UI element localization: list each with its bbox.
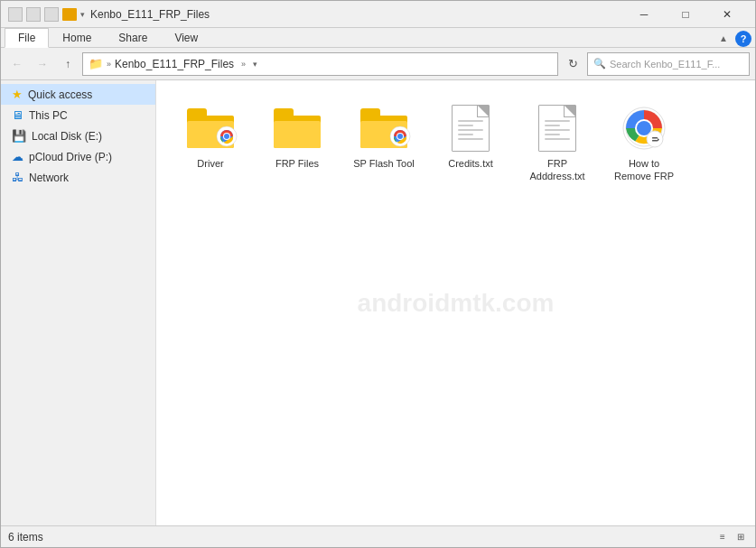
file-item-sp-flash-tool[interactable]: SP Flash Tool — [348, 98, 420, 188]
quick-access-toolbar-2[interactable] — [44, 7, 59, 22]
watermark: androidmtk.com — [358, 289, 555, 318]
maximize-button[interactable]: □ — [665, 1, 706, 28]
file-icon-driver — [185, 103, 236, 153]
ribbon-tabs: File Home Share View ▲ ? — [1, 28, 755, 48]
forward-button[interactable]: → — [32, 53, 53, 75]
chrome-badge-icon-sp — [389, 125, 411, 147]
search-box[interactable]: 🔍 Search Kenbo_E111_F... — [587, 52, 750, 76]
file-icon-how-to-remove — [619, 103, 669, 153]
sidebar-item-pcloud[interactable]: ☁ pCloud Drive (P:) — [1, 146, 155, 167]
network-icon: 🖧 — [12, 171, 23, 184]
file-item-driver[interactable]: Driver — [174, 98, 247, 188]
tab-file[interactable]: File — [5, 28, 49, 48]
sidebar-label-pcloud: pCloud Drive (P:) — [29, 151, 112, 163]
file-icon-sp-flash-tool — [359, 103, 409, 153]
svg-rect-14 — [652, 140, 658, 142]
minimize-button[interactable]: ─ — [623, 1, 665, 28]
tab-home[interactable]: Home — [49, 28, 105, 47]
star-icon: ★ — [12, 88, 23, 101]
view-controls: ≡ ⊞ — [715, 530, 748, 544]
ribbon-collapse-chevron[interactable]: ▲ — [715, 30, 732, 47]
window-icon — [8, 7, 23, 22]
svg-point-7 — [397, 134, 403, 139]
title-bar-icons: ▾ — [8, 7, 85, 22]
disk-icon: 💾 — [12, 129, 26, 143]
tab-share[interactable]: Share — [105, 28, 161, 47]
dropdown-arrow[interactable]: ▾ — [80, 10, 85, 19]
address-bar: ← → ↑ 📁 » Kenbo_E111_FRP_Files » ▾ ↻ 🔍 S… — [1, 48, 755, 80]
pc-icon: 🖥 — [12, 108, 23, 122]
chrome-large-icon — [622, 107, 666, 150]
breadcrumb-folder-icon: 📁 — [89, 57, 103, 70]
chrome-badge-icon — [216, 125, 238, 147]
svg-point-3 — [224, 134, 229, 139]
main-area: ★ Quick access 🖥 This PC 💾 Local Disk (E… — [1, 80, 755, 525]
file-label-sp-flash-tool: SP Flash Tool — [353, 157, 414, 170]
sidebar-item-network[interactable]: 🖧 Network — [1, 167, 155, 188]
quick-access-toolbar-1[interactable] — [26, 7, 41, 22]
file-item-how-to-remove[interactable]: How to Remove FRP — [608, 98, 680, 188]
sidebar-item-local-disk[interactable]: 💾 Local Disk (E:) — [1, 125, 155, 146]
help-button[interactable]: ? — [735, 31, 751, 47]
sidebar-label-this-pc: This PC — [29, 109, 68, 122]
list-view-button[interactable]: ≡ — [715, 530, 730, 544]
sidebar-label-network: Network — [29, 172, 69, 184]
sidebar-label-quick-access: Quick access — [28, 88, 92, 101]
file-label-driver: Driver — [197, 157, 223, 170]
up-button[interactable]: ↑ — [57, 53, 79, 75]
cloud-icon: ☁ — [12, 150, 23, 163]
file-item-frp-address[interactable]: FRP Adddress.txt — [521, 98, 593, 188]
breadcrumb-label: Kenbo_E111_FRP_Files — [115, 58, 234, 70]
file-label-frp-address: FRP Adddress.txt — [526, 157, 589, 183]
file-label-frp-files: FRP Files — [275, 157, 319, 170]
status-bar: 6 items ≡ ⊞ — [1, 525, 755, 547]
file-icon-credits — [445, 103, 496, 153]
breadcrumb-chevron: » — [241, 60, 246, 69]
sidebar: ★ Quick access 🖥 This PC 💾 Local Disk (E… — [1, 80, 156, 525]
svg-point-12 — [647, 131, 663, 147]
content-area: androidmtk.com — [156, 80, 755, 525]
file-icon-frp-files — [272, 103, 322, 153]
item-count: 6 items — [8, 531, 43, 543]
folder-icon — [62, 8, 77, 21]
file-item-frp-files[interactable]: FRP Files — [261, 98, 333, 188]
file-item-credits[interactable]: Credits.txt — [434, 98, 507, 188]
file-label-credits: Credits.txt — [448, 157, 493, 170]
sidebar-label-local-disk: Local Disk (E:) — [32, 130, 102, 143]
files-grid: Driver FRP Files — [167, 91, 744, 195]
title-bar: ▾ Kenbo_E111_FRP_Files ─ □ ✕ — [1, 1, 755, 28]
tab-view[interactable]: View — [161, 28, 211, 47]
close-button[interactable]: ✕ — [706, 1, 748, 28]
file-label-how-to-remove: How to Remove FRP — [612, 157, 676, 183]
breadcrumb-separator: » — [107, 60, 111, 69]
window-controls: ─ □ ✕ — [623, 1, 748, 28]
search-placeholder: Search Kenbo_E111_F... — [610, 59, 720, 70]
tiles-view-button[interactable]: ⊞ — [733, 530, 748, 544]
search-icon: 🔍 — [593, 58, 606, 70]
window-title: Kenbo_E111_FRP_Files — [90, 8, 618, 21]
svg-rect-13 — [652, 137, 658, 139]
sidebar-item-this-pc[interactable]: 🖥 This PC — [1, 105, 155, 125]
file-icon-frp-address — [532, 103, 583, 153]
sidebar-item-quick-access[interactable]: ★ Quick access — [1, 84, 155, 105]
address-path[interactable]: 📁 » Kenbo_E111_FRP_Files » ▾ — [82, 52, 558, 76]
address-dropdown-arrow[interactable]: ▾ — [249, 60, 261, 69]
back-button[interactable]: ← — [6, 53, 28, 75]
refresh-button[interactable]: ↻ — [562, 53, 583, 75]
